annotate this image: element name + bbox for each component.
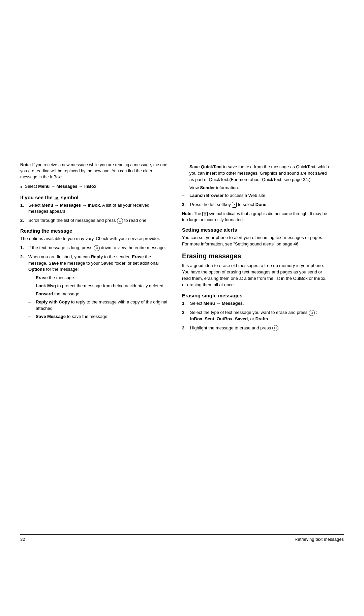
- item-text: Select Menu → Messages.: [190, 300, 244, 307]
- item-num: 1.: [182, 300, 188, 307]
- bullet-text: Select Menu → Messages → InBox.: [25, 183, 98, 190]
- sub-dash: –: [28, 275, 33, 281]
- note-top-text: If you receive a new message while you a…: [20, 163, 167, 179]
- note2: Note: The ⊠ symbol indicates that a grap…: [182, 211, 330, 223]
- item-num: 3.: [182, 325, 188, 331]
- sub-item-forward: – Forward the message.: [28, 291, 169, 297]
- bullet-dot: •: [20, 184, 22, 190]
- envelope-icon: ⊠: [54, 196, 59, 200]
- item-num: 2.: [20, 217, 26, 224]
- note2-label: Note:: [182, 211, 193, 216]
- nav-icon-down: ⊙: [94, 245, 100, 251]
- right-column: – Save QuickText to save the text from t…: [182, 162, 330, 334]
- nav-icon-erase: ⊙: [272, 325, 278, 331]
- sub-text: Erase the message.: [36, 275, 75, 281]
- sub-item-erase: – Erase the message.: [28, 275, 169, 281]
- sub-item-save-msg: – Save Message to save the message.: [28, 314, 169, 320]
- nav-icon-select: ⊙: [309, 310, 315, 316]
- sub-text: Reply with Copy to reply to the message …: [36, 299, 169, 312]
- item-text: Highlight the message to erase and press…: [190, 325, 279, 331]
- step3-num: 3.: [182, 202, 188, 208]
- section3-text: You can set your phone to alert you of i…: [182, 235, 330, 247]
- section5-heading: Erasing single messages: [182, 293, 330, 298]
- item-text-block: When you are finished, you can Reply to …: [28, 254, 169, 322]
- sub-text: View Sender information.: [189, 185, 239, 191]
- section1-heading: If you see the ⊠ symbol: [20, 195, 169, 200]
- item-text: Scroll through the list of messages and …: [28, 217, 148, 224]
- softkey-icon: •: [232, 202, 237, 208]
- section3-heading: Setting message alerts: [182, 227, 330, 233]
- sub-list: – Erase the message. – Lock Msg to prote…: [28, 275, 169, 320]
- bullet-item-1: • Select Menu → Messages → InBox.: [20, 183, 169, 190]
- sub-dash: –: [28, 299, 33, 305]
- note-label: Note:: [20, 163, 31, 167]
- note-top: Note: If you receive a new message while…: [20, 162, 169, 180]
- section1-item2: 2. Scroll through the list of messages a…: [20, 217, 169, 224]
- section1-list: 1. Select Menu → Messages → InBox. A lis…: [20, 202, 169, 224]
- section2-item1: 1. If the text message is long, press ⊙ …: [20, 245, 169, 251]
- page-number: 32: [20, 537, 25, 542]
- sub-text: Lock Msg to protect the message from bei…: [36, 283, 164, 289]
- sub-dash: –: [28, 291, 33, 297]
- sub-dash: –: [182, 185, 187, 191]
- section5-item1: 1. Select Menu → Messages.: [182, 300, 330, 307]
- footer-right-text: Retrieving text messages: [295, 537, 344, 542]
- right-sub-list: – Save QuickText to save the text from t…: [182, 164, 330, 199]
- nav-icon: ⊙: [117, 218, 123, 224]
- content-area: Note: If you receive a new message while…: [0, 0, 364, 354]
- section2-heading: Reading the message: [20, 228, 169, 234]
- item-text: If the text message is long, press ⊙ dow…: [28, 245, 166, 251]
- sub-item-sender: – View Sender information.: [182, 185, 330, 191]
- sub-dash: –: [182, 193, 187, 199]
- section4-text: It is a good idea to erase old messages …: [182, 263, 330, 288]
- page-container: Note: If you receive a new message while…: [0, 0, 364, 616]
- sub-text: Save QuickText to save the text from the…: [189, 164, 330, 183]
- section2-list: 1. If the text message is long, press ⊙ …: [20, 245, 169, 321]
- section2-item2: 2. When you are finished, you can Reply …: [20, 254, 169, 322]
- sub-item-reply-copy: – Reply with Copy to reply to the messag…: [28, 299, 169, 312]
- section5-item3: 3. Highlight the message to erase and pr…: [182, 325, 330, 331]
- left-column: Note: If you receive a new message while…: [20, 162, 169, 334]
- section5-list: 1. Select Menu → Messages. 2. Select the…: [182, 300, 330, 331]
- section5-item2: 2. Select the type of text message you w…: [182, 310, 330, 322]
- section4-heading: Erasing messages: [182, 252, 330, 260]
- sub-item-lock: – Lock Msg to protect the message from b…: [28, 283, 169, 289]
- item-text: Select the type of text message you want…: [190, 310, 330, 322]
- item-text: Select Menu → Messages → InBox. A list o…: [28, 202, 169, 215]
- item-num: 2.: [182, 310, 188, 316]
- broken-graphic-icon: ⊠: [202, 212, 208, 216]
- sub-item-browser: – Launch Browser to access a Web site.: [182, 193, 330, 199]
- sub-text: Save Message to save the message.: [36, 314, 109, 320]
- section1-item1: 1. Select Menu → Messages → InBox. A lis…: [20, 202, 169, 215]
- page-footer: 32 Retrieving text messages: [20, 534, 344, 542]
- sub-text: Launch Browser to access a Web site.: [189, 193, 267, 199]
- item-num: 1.: [20, 202, 26, 209]
- sub-dash: –: [182, 164, 187, 170]
- step3-text: Press the left softkey • to select Done.: [190, 202, 268, 208]
- sub-dash: –: [28, 314, 33, 320]
- sub-item-quicktext: – Save QuickText to save the text from t…: [182, 164, 330, 183]
- sub-dash: –: [28, 283, 33, 289]
- item-num: 2.: [20, 254, 26, 260]
- sub-text: Forward the message.: [36, 291, 81, 297]
- item-num: 1.: [20, 245, 26, 251]
- item-text: When you are finished, you can Reply to …: [28, 254, 159, 272]
- step3-item: 3. Press the left softkey • to select Do…: [182, 202, 330, 208]
- section2-intro: The options available to you may vary. C…: [20, 236, 169, 242]
- note2-text: The ⊠ symbol indicates that a graphic di…: [182, 211, 327, 222]
